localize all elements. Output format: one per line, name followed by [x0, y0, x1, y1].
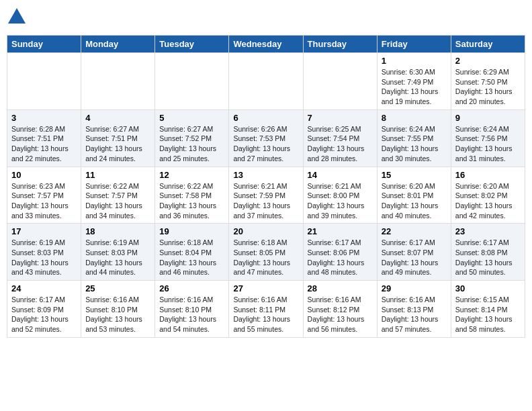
day-number: 19 — [159, 226, 224, 236]
day-info: Sunrise: 6:25 AM Sunset: 7:54 PM Dayligh… — [308, 124, 373, 164]
day-info: Sunrise: 6:17 AM Sunset: 8:08 PM Dayligh… — [455, 238, 521, 277]
week-row-5: 24Sunrise: 6:17 AM Sunset: 8:09 PM Dayli… — [7, 281, 525, 338]
day-number: 29 — [382, 283, 447, 293]
weekday-header-wednesday: Wednesday — [229, 36, 303, 53]
day-info: Sunrise: 6:19 AM Sunset: 8:03 PM Dayligh… — [11, 238, 77, 277]
day-info: Sunrise: 6:20 AM Sunset: 8:02 PM Dayligh… — [455, 181, 521, 221]
day-number: 27 — [233, 283, 298, 293]
calendar-cell: 10Sunrise: 6:23 AM Sunset: 7:57 PM Dayli… — [7, 167, 81, 224]
week-row-1: 1Sunrise: 6:30 AM Sunset: 7:49 PM Daylig… — [7, 53, 525, 110]
calendar-cell: 23Sunrise: 6:17 AM Sunset: 8:08 PM Dayli… — [451, 224, 525, 281]
calendar-cell: 5Sunrise: 6:27 AM Sunset: 7:52 PM Daylig… — [155, 109, 229, 167]
calendar-cell: 20Sunrise: 6:18 AM Sunset: 8:05 PM Dayli… — [229, 224, 303, 281]
calendar-cell: 29Sunrise: 6:16 AM Sunset: 8:13 PM Dayli… — [377, 281, 451, 338]
day-number: 9 — [455, 113, 521, 123]
calendar-cell: 30Sunrise: 6:15 AM Sunset: 8:14 PM Dayli… — [451, 281, 525, 338]
day-number: 22 — [382, 226, 447, 236]
day-info: Sunrise: 6:22 AM Sunset: 7:58 PM Dayligh… — [159, 181, 224, 221]
day-number: 13 — [233, 170, 298, 180]
day-number: 30 — [455, 283, 521, 293]
week-row-2: 3Sunrise: 6:28 AM Sunset: 7:51 PM Daylig… — [7, 109, 525, 167]
calendar-cell — [229, 53, 303, 110]
day-number: 17 — [11, 226, 77, 236]
calendar-cell: 26Sunrise: 6:16 AM Sunset: 8:10 PM Dayli… — [155, 281, 229, 338]
day-number: 10 — [11, 170, 77, 180]
calendar-cell: 11Sunrise: 6:22 AM Sunset: 7:57 PM Dayli… — [81, 167, 155, 224]
calendar-cell: 15Sunrise: 6:20 AM Sunset: 8:01 PM Dayli… — [377, 167, 451, 224]
day-number: 2 — [455, 56, 521, 66]
calendar-cell: 6Sunrise: 6:26 AM Sunset: 7:53 PM Daylig… — [229, 109, 303, 167]
weekday-header-thursday: Thursday — [303, 36, 377, 53]
day-info: Sunrise: 6:28 AM Sunset: 7:51 PM Dayligh… — [11, 124, 77, 164]
calendar-cell: 28Sunrise: 6:16 AM Sunset: 8:12 PM Dayli… — [303, 281, 377, 338]
calendar-cell: 14Sunrise: 6:21 AM Sunset: 8:00 PM Dayli… — [303, 167, 377, 224]
day-info: Sunrise: 6:17 AM Sunset: 8:09 PM Dayligh… — [11, 295, 77, 334]
day-info: Sunrise: 6:17 AM Sunset: 8:07 PM Dayligh… — [382, 238, 447, 277]
day-info: Sunrise: 6:27 AM Sunset: 7:51 PM Dayligh… — [85, 124, 150, 164]
day-number: 12 — [159, 170, 224, 180]
calendar-cell: 27Sunrise: 6:16 AM Sunset: 8:11 PM Dayli… — [229, 281, 303, 338]
weekday-header-sunday: Sunday — [7, 36, 81, 53]
day-number: 11 — [85, 170, 150, 180]
calendar-cell: 1Sunrise: 6:30 AM Sunset: 7:49 PM Daylig… — [377, 53, 451, 110]
weekday-header-friday: Friday — [377, 36, 451, 53]
calendar-cell: 25Sunrise: 6:16 AM Sunset: 8:10 PM Dayli… — [81, 281, 155, 338]
calendar-cell: 24Sunrise: 6:17 AM Sunset: 8:09 PM Dayli… — [7, 281, 81, 338]
calendar-cell: 16Sunrise: 6:20 AM Sunset: 8:02 PM Dayli… — [451, 167, 525, 224]
logo-icon — [7, 7, 27, 30]
calendar-cell: 22Sunrise: 6:17 AM Sunset: 8:07 PM Dayli… — [377, 224, 451, 281]
day-number: 20 — [233, 226, 298, 236]
day-info: Sunrise: 6:30 AM Sunset: 7:49 PM Dayligh… — [382, 67, 447, 107]
day-info: Sunrise: 6:17 AM Sunset: 8:06 PM Dayligh… — [308, 238, 373, 277]
calendar-cell — [7, 53, 81, 110]
day-number: 15 — [382, 170, 447, 180]
day-info: Sunrise: 6:21 AM Sunset: 8:00 PM Dayligh… — [308, 181, 373, 221]
day-number: 24 — [11, 283, 77, 293]
day-info: Sunrise: 6:21 AM Sunset: 7:59 PM Dayligh… — [233, 181, 298, 221]
day-number: 6 — [233, 113, 298, 123]
day-info: Sunrise: 6:20 AM Sunset: 8:01 PM Dayligh… — [382, 181, 447, 221]
weekday-header-monday: Monday — [81, 36, 155, 53]
calendar-cell: 8Sunrise: 6:24 AM Sunset: 7:55 PM Daylig… — [377, 109, 451, 167]
calendar-cell — [81, 53, 155, 110]
calendar-cell: 21Sunrise: 6:17 AM Sunset: 8:06 PM Dayli… — [303, 224, 377, 281]
calendar-table: SundayMondayTuesdayWednesdayThursdayFrid… — [7, 35, 525, 338]
day-number: 14 — [308, 170, 373, 180]
day-info: Sunrise: 6:16 AM Sunset: 8:10 PM Dayligh… — [85, 295, 150, 334]
day-info: Sunrise: 6:26 AM Sunset: 7:53 PM Dayligh… — [233, 124, 298, 164]
day-info: Sunrise: 6:24 AM Sunset: 7:56 PM Dayligh… — [455, 124, 521, 164]
day-info: Sunrise: 6:19 AM Sunset: 8:03 PM Dayligh… — [85, 238, 150, 277]
day-info: Sunrise: 6:16 AM Sunset: 8:10 PM Dayligh… — [159, 295, 224, 334]
day-number: 18 — [85, 226, 150, 236]
day-number: 16 — [455, 170, 521, 180]
day-number: 8 — [382, 113, 447, 123]
calendar-cell: 18Sunrise: 6:19 AM Sunset: 8:03 PM Dayli… — [81, 224, 155, 281]
day-info: Sunrise: 6:16 AM Sunset: 8:11 PM Dayligh… — [233, 295, 298, 334]
day-number: 3 — [11, 113, 77, 123]
weekday-header-tuesday: Tuesday — [155, 36, 229, 53]
svg-marker-0 — [8, 8, 26, 24]
calendar-cell: 4Sunrise: 6:27 AM Sunset: 7:51 PM Daylig… — [81, 109, 155, 167]
day-info: Sunrise: 6:16 AM Sunset: 8:13 PM Dayligh… — [382, 295, 447, 334]
calendar-cell — [303, 53, 377, 110]
day-info: Sunrise: 6:27 AM Sunset: 7:52 PM Dayligh… — [159, 124, 224, 164]
calendar-cell: 2Sunrise: 6:29 AM Sunset: 7:50 PM Daylig… — [451, 53, 525, 110]
day-info: Sunrise: 6:15 AM Sunset: 8:14 PM Dayligh… — [455, 295, 521, 334]
day-number: 7 — [308, 113, 373, 123]
day-number: 26 — [159, 283, 224, 293]
calendar-cell: 9Sunrise: 6:24 AM Sunset: 7:56 PM Daylig… — [451, 109, 525, 167]
day-number: 28 — [308, 283, 373, 293]
day-number: 1 — [382, 56, 447, 66]
day-info: Sunrise: 6:16 AM Sunset: 8:12 PM Dayligh… — [308, 295, 373, 334]
day-number: 25 — [85, 283, 150, 293]
page-header — [7, 7, 525, 30]
calendar-cell: 3Sunrise: 6:28 AM Sunset: 7:51 PM Daylig… — [7, 109, 81, 167]
calendar-cell — [155, 53, 229, 110]
logo — [7, 7, 30, 30]
day-info: Sunrise: 6:29 AM Sunset: 7:50 PM Dayligh… — [455, 67, 521, 107]
day-number: 4 — [85, 113, 150, 123]
week-row-3: 10Sunrise: 6:23 AM Sunset: 7:57 PM Dayli… — [7, 167, 525, 224]
weekday-header-row: SundayMondayTuesdayWednesdayThursdayFrid… — [7, 36, 525, 53]
weekday-header-saturday: Saturday — [451, 36, 525, 53]
calendar-cell: 13Sunrise: 6:21 AM Sunset: 7:59 PM Dayli… — [229, 167, 303, 224]
